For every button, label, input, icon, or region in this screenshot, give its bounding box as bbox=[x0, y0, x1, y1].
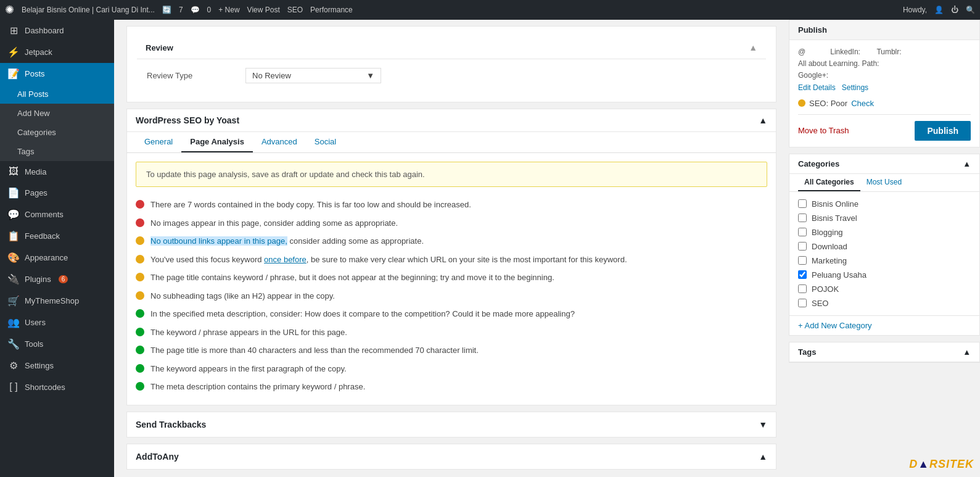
publish-box-body: @ LinkedIn: Tumblr: All about Learning. … bbox=[789, 40, 979, 147]
category-checkbox-download[interactable] bbox=[798, 242, 807, 251]
yellow-dot-icon bbox=[136, 236, 144, 245]
sidebar-item-posts[interactable]: 📝 Posts bbox=[0, 63, 114, 85]
edit-details-link[interactable]: Edit Details bbox=[798, 83, 836, 92]
seo-check-link[interactable]: Check bbox=[851, 99, 874, 108]
comments-icon[interactable]: 💬 bbox=[191, 6, 200, 14]
sidebar-item-tools[interactable]: 🔧 Tools bbox=[0, 333, 114, 355]
sidebar-item-jetpack[interactable]: ⚡ Jetpack bbox=[0, 41, 114, 63]
mythemeshop-icon: 🛒 bbox=[7, 295, 20, 307]
review-type-select[interactable]: No Review ▼ bbox=[245, 68, 381, 83]
profile-icon[interactable]: 👤 bbox=[934, 6, 944, 14]
seo-status: SEO: Poor Check bbox=[798, 99, 971, 108]
comments-count[interactable]: 0 bbox=[207, 6, 212, 14]
review-toggle-icon[interactable]: ▲ bbox=[749, 43, 757, 52]
right-sidebar: Publish @ LinkedIn: Tumblr: All about Le… bbox=[789, 20, 980, 477]
sidebar-item-pages[interactable]: 📄 Pages bbox=[0, 182, 114, 204]
sidebar-item-appearance[interactable]: 🎨 Appearance bbox=[0, 247, 114, 268]
category-checkbox-pojok[interactable] bbox=[798, 284, 807, 293]
categories-toggle-icon[interactable]: ▲ bbox=[963, 159, 971, 168]
sidebar-item-users[interactable]: 👥 Users bbox=[0, 312, 114, 333]
jetpack-icon: ⚡ bbox=[7, 46, 20, 58]
check-text: There are 7 words contained in the body … bbox=[150, 199, 471, 211]
check-item: The keyword appears in the first paragra… bbox=[136, 360, 767, 378]
yoast-toggle-icon[interactable]: ▲ bbox=[759, 115, 767, 125]
tags-toggle-icon[interactable]: ▲ bbox=[963, 347, 971, 357]
tab-page-analysis[interactable]: Page Analysis bbox=[181, 132, 253, 152]
publish-button[interactable]: Publish bbox=[915, 121, 971, 141]
category-label-bisnis-online: Bisnis Online bbox=[812, 199, 859, 209]
sidebar-label-pages: Pages bbox=[25, 188, 47, 197]
add-new-category-link[interactable]: + Add New Category bbox=[798, 321, 872, 330]
yoast-section: WordPress SEO by Yoast ▲ General Page An… bbox=[126, 109, 776, 405]
sidebar-item-add-new[interactable]: Add New bbox=[0, 104, 114, 123]
sidebar-item-categories[interactable]: Categories bbox=[0, 123, 114, 142]
sidebar-item-mythemeshop[interactable]: 🛒 MyThemeShop bbox=[0, 290, 114, 312]
trackback-toggle-icon[interactable]: ▼ bbox=[759, 420, 767, 429]
sidebar-item-media[interactable]: 🖼 Media bbox=[0, 161, 114, 182]
performance-link[interactable]: Performance bbox=[310, 6, 353, 14]
tab-social[interactable]: Social bbox=[306, 132, 345, 152]
feedback-icon: 📋 bbox=[7, 230, 20, 242]
site-name[interactable]: Belajar Bisnis Online | Cari Uang Di Int… bbox=[22, 6, 155, 14]
check-text: The keyword appears in the first paragra… bbox=[150, 363, 347, 375]
sidebar-item-comments[interactable]: 💬 Comments bbox=[0, 204, 114, 225]
tags-box-header[interactable]: Tags ▲ bbox=[789, 342, 979, 362]
check-item: You've used this focus keyword once befo… bbox=[136, 251, 767, 269]
trackback-header[interactable]: Send Trackbacks ▼ bbox=[127, 412, 776, 437]
addtoany-header[interactable]: AddToAny ▲ bbox=[127, 444, 776, 469]
search-icon[interactable]: 🔍 bbox=[966, 6, 975, 14]
sidebar-label-jetpack: Jetpack bbox=[25, 48, 52, 57]
sidebar-item-tags[interactable]: Tags bbox=[0, 142, 114, 161]
yoast-tabs: General Page Analysis Advanced Social bbox=[127, 132, 776, 153]
sidebar-label-settings: Settings bbox=[25, 361, 54, 370]
updates-count[interactable]: 7 bbox=[179, 6, 183, 14]
sidebar-label-feedback: Feedback bbox=[25, 231, 60, 241]
tab-most-used[interactable]: Most Used bbox=[860, 174, 908, 191]
addtoany-toggle-icon[interactable]: ▲ bbox=[759, 452, 767, 462]
comments-nav-icon: 💬 bbox=[7, 209, 20, 220]
yellow-dot-icon bbox=[136, 255, 144, 263]
tab-all-categories[interactable]: All Categories bbox=[798, 174, 860, 191]
seo-poor-label: SEO: Poor bbox=[809, 99, 847, 108]
seo-link[interactable]: SEO bbox=[287, 6, 303, 14]
sidebar-label-categories: Categories bbox=[17, 128, 56, 137]
settings-link[interactable]: Settings bbox=[842, 83, 868, 92]
wp-logo-icon[interactable]: ✺ bbox=[5, 3, 14, 17]
publish-actions: Move to Trash Publish bbox=[798, 114, 971, 141]
review-header: Review ▲ bbox=[137, 36, 766, 59]
sidebar-item-all-posts[interactable]: All Posts bbox=[0, 85, 114, 104]
sidebar-item-dashboard[interactable]: ⊞ Dashboard bbox=[0, 20, 114, 41]
view-post-link[interactable]: View Post bbox=[247, 6, 280, 14]
category-checkbox-seo[interactable] bbox=[798, 299, 807, 307]
sidebar-item-shortcodes[interactable]: [ ] Shortcodes bbox=[0, 376, 114, 397]
category-checkbox-bisnis-online[interactable] bbox=[798, 199, 807, 208]
categories-title: Categories bbox=[798, 159, 839, 168]
category-item-marketing: Marketing bbox=[798, 254, 971, 268]
category-label-pojok: POJOK bbox=[812, 284, 839, 294]
yoast-body: To update this page analysis, save as dr… bbox=[127, 153, 776, 405]
sidebar-label-posts: Posts bbox=[25, 69, 45, 78]
tab-advanced[interactable]: Advanced bbox=[253, 132, 306, 152]
power-icon[interactable]: ⏻ bbox=[951, 6, 958, 14]
sidebar-item-plugins[interactable]: 🔌 Plugins 6 bbox=[0, 268, 114, 290]
category-checkbox-blogging[interactable] bbox=[798, 228, 807, 236]
category-checkbox-bisnis-travel[interactable] bbox=[798, 214, 807, 222]
category-label-download: Download bbox=[812, 242, 847, 251]
category-checkbox-marketing[interactable] bbox=[798, 256, 807, 265]
once-before-link[interactable]: once before bbox=[264, 255, 307, 264]
move-to-trash-link[interactable]: Move to Trash bbox=[798, 126, 849, 135]
review-body: Review Type No Review ▼ bbox=[137, 59, 766, 92]
yoast-header[interactable]: WordPress SEO by Yoast ▲ bbox=[127, 109, 776, 132]
watermark: D▲RSITEK bbox=[909, 458, 974, 471]
review-section: Review ▲ Review Type No Review ▼ bbox=[126, 26, 776, 102]
green-dot-icon bbox=[136, 328, 144, 336]
new-link[interactable]: + New bbox=[218, 6, 239, 14]
sidebar-label-tools: Tools bbox=[25, 339, 43, 349]
check-text: No images appear in this page, consider … bbox=[150, 217, 398, 230]
sidebar-item-feedback[interactable]: 📋 Feedback bbox=[0, 225, 114, 247]
categories-box-header[interactable]: Categories ▲ bbox=[789, 154, 979, 174]
category-checkbox-peluang-usaha[interactable] bbox=[798, 270, 807, 279]
sidebar-item-settings[interactable]: ⚙ Settings bbox=[0, 355, 114, 376]
tab-general[interactable]: General bbox=[136, 132, 181, 152]
red-dot-icon bbox=[136, 200, 144, 209]
